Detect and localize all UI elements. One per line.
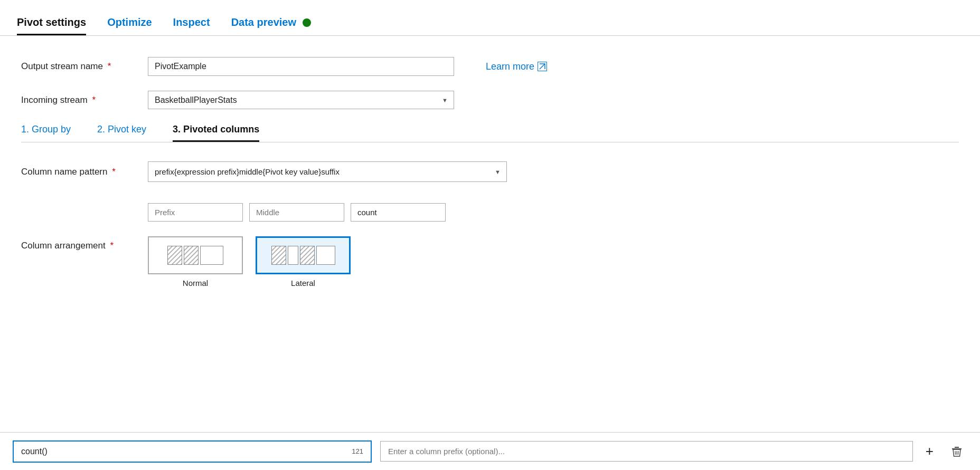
output-stream-input[interactable]	[148, 57, 454, 76]
arrangement-lateral-box[interactable]	[256, 236, 351, 274]
expression-badge: 121	[352, 447, 363, 455]
incoming-stream-select[interactable]: BasketballPlayerStats	[148, 91, 454, 109]
column-name-pattern-required: *	[112, 167, 116, 177]
arrangement-normal-box[interactable]	[148, 236, 243, 274]
svg-rect-1	[955, 447, 959, 448]
tab-inspect[interactable]: Inspect	[173, 16, 210, 35]
output-stream-row: Output stream name * Learn more	[21, 57, 959, 76]
svg-line-4	[958, 451, 959, 455]
expression-input[interactable]	[21, 447, 352, 456]
main-content: Output stream name * Learn more Incoming…	[0, 36, 980, 298]
arrangement-options: Normal Lateral	[148, 236, 351, 287]
tab-optimize[interactable]: Optimize	[107, 16, 152, 35]
column-prefix-input[interactable]	[380, 441, 913, 462]
arrangement-normal[interactable]: Normal	[148, 236, 243, 287]
lateral-label: Lateral	[291, 279, 315, 287]
column-name-pattern-row: Column name pattern * prefix{expression …	[21, 161, 959, 222]
normal-icon	[167, 246, 223, 265]
svg-line-2	[955, 451, 956, 455]
tab-pivot-key[interactable]: 2. Pivot key	[97, 124, 146, 142]
tab-pivoted-columns[interactable]: 3. Pivoted columns	[173, 124, 259, 142]
suffix-input[interactable]	[351, 203, 446, 222]
footer: 121 +	[0, 432, 980, 470]
output-stream-required: *	[108, 61, 111, 71]
column-name-pattern-select[interactable]: prefix{expression prefix}middle{Pivot ke…	[148, 161, 507, 182]
column-arrangement-required: *	[110, 241, 114, 251]
column-name-pattern-select-wrapper: prefix{expression prefix}middle{Pivot ke…	[148, 161, 507, 182]
tab-data-preview[interactable]: Data preview	[231, 16, 311, 35]
output-stream-label: Output stream name *	[21, 61, 137, 72]
top-tab-bar: Pivot settings Optimize Inspect Data pre…	[0, 0, 980, 36]
column-arrangement-label: Column arrangement *	[21, 236, 137, 251]
normal-label: Normal	[183, 279, 208, 287]
incoming-stream-select-wrapper: BasketballPlayerStats	[148, 91, 454, 109]
delete-button[interactable]	[946, 443, 967, 460]
tab-pivot-settings[interactable]: Pivot settings	[17, 16, 86, 35]
external-link-icon	[538, 62, 547, 71]
column-name-pattern-label: Column name pattern *	[21, 167, 137, 177]
incoming-stream-label: Incoming stream *	[21, 95, 137, 105]
incoming-stream-row: Incoming stream * BasketballPlayerStats	[21, 91, 959, 109]
pms-row	[148, 203, 446, 222]
delete-icon	[950, 445, 963, 458]
middle-input[interactable]	[249, 203, 344, 222]
add-button[interactable]: +	[921, 441, 938, 462]
column-arrangement-row: Column arrangement * Normal	[21, 236, 959, 287]
tab-group-by[interactable]: 1. Group by	[21, 124, 71, 142]
incoming-stream-required: *	[92, 95, 96, 105]
data-preview-indicator	[303, 18, 311, 27]
inner-tab-bar: 1. Group by 2. Pivot key 3. Pivoted colu…	[21, 124, 959, 142]
learn-more-link[interactable]: Learn more	[486, 61, 547, 72]
prefix-input[interactable]	[148, 203, 243, 222]
pivoted-columns-section: Column name pattern * prefix{expression …	[21, 161, 959, 287]
expression-input-wrapper[interactable]: 121	[13, 440, 372, 463]
lateral-icon	[271, 246, 335, 265]
arrangement-lateral[interactable]: Lateral	[256, 236, 351, 287]
